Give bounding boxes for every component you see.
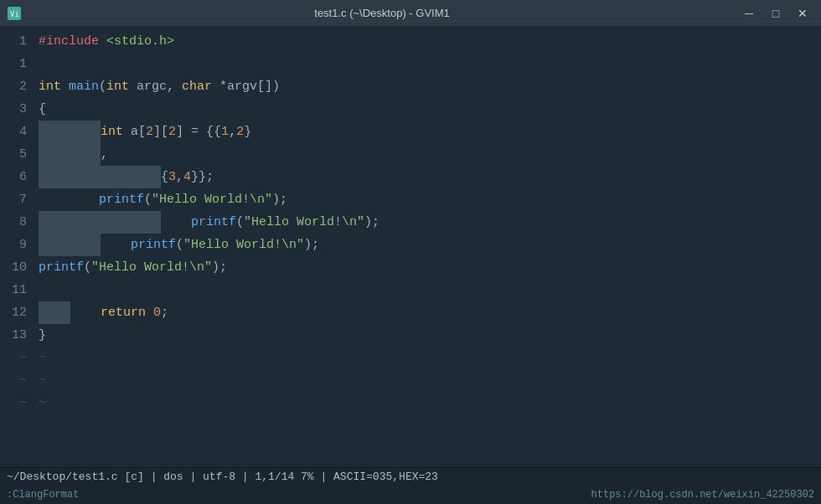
semi-7: ); xyxy=(272,188,287,211)
code-line-12: return 0; xyxy=(39,301,814,324)
indent-12b xyxy=(70,301,101,324)
statusbar-clangformat: :ClangFormat xyxy=(7,489,79,501)
statusbar-line2: :ClangFormat https://blog.csdn.net/weixi… xyxy=(0,486,821,505)
paren-open: ( xyxy=(99,75,106,98)
code-content[interactable]: #include <stdio.h> int main(int argc, ch… xyxy=(32,30,821,464)
code-line-3: { xyxy=(39,98,814,121)
paren-8: ( xyxy=(236,211,244,234)
paren-7: ( xyxy=(144,188,152,211)
ln-tilde3: ~ xyxy=(3,392,27,414)
indent-7 xyxy=(39,188,99,211)
ln-11: 11 xyxy=(3,279,27,301)
semi-10: ); xyxy=(212,256,227,279)
statusbar-url: https://blog.csdn.net/weixin_42250302 xyxy=(591,489,814,501)
fn-printf-10: printf xyxy=(39,256,84,279)
ln-12: 12 xyxy=(3,301,27,324)
statusbar-line1: ~/Desktop/test1.c [c] | dos | utf-8 | 1,… xyxy=(0,468,821,486)
sel-indent-9 xyxy=(39,234,101,256)
tilde-line-3: ~ xyxy=(39,392,814,414)
sel-indent-8 xyxy=(39,211,161,234)
ln-7: 7 xyxy=(3,188,27,211)
indent-8b xyxy=(161,211,191,234)
close-button[interactable]: ✕ xyxy=(791,4,814,23)
num-1: 1 xyxy=(221,121,229,143)
app-icon: Vi xyxy=(7,6,22,21)
include-path: <stdio.h> xyxy=(106,30,174,53)
semi-8: ); xyxy=(364,211,380,234)
code-line-1b xyxy=(39,53,814,75)
fn-printf-8: printf xyxy=(191,211,236,234)
preproc-keyword: #include xyxy=(39,30,106,53)
semi-9: ); xyxy=(304,234,319,256)
code-line-11 xyxy=(39,279,814,301)
num-3: 3 xyxy=(168,166,176,188)
line-numbers: 1 1 2 3 4 5 6 7 8 9 10 11 12 13 ~ ~ ~ xyxy=(0,30,32,464)
argc: argc, xyxy=(137,75,182,98)
brace-open: { xyxy=(39,98,46,121)
fn-printf-9: printf xyxy=(131,234,176,256)
num-0: 0 xyxy=(153,301,161,324)
code-line-5: , xyxy=(39,143,814,166)
ln-1b: 1 xyxy=(3,53,27,75)
sel-indent-12 xyxy=(39,301,70,324)
paren-9: ( xyxy=(176,234,183,256)
tilde-line-2: ~ xyxy=(39,369,814,392)
statusbar: ~/Desktop/test1.c [c] | dos | utf-8 | 1,… xyxy=(0,467,821,504)
ln-3: 3 xyxy=(3,98,27,121)
str-10: "Hello World!\n" xyxy=(91,256,212,279)
str-9: "Hello World!\n" xyxy=(183,234,304,256)
maximize-button[interactable]: □ xyxy=(764,4,787,23)
array-decl: a[ xyxy=(131,121,146,143)
array-decl2: ][ xyxy=(153,121,168,143)
sel-indent-5 xyxy=(39,143,101,166)
ln-1: 1 xyxy=(3,30,27,53)
ln-13: 13 xyxy=(3,324,27,347)
window-controls: ─ □ ✕ xyxy=(737,4,814,23)
tilde-line-1: ~ xyxy=(39,347,814,369)
brace-open-2: { xyxy=(161,166,168,188)
fn-main: main xyxy=(69,75,99,98)
fn-printf-7: printf xyxy=(99,188,144,211)
close-braces: }}; xyxy=(191,166,214,188)
comma-1: , xyxy=(229,121,236,143)
kw-int-a: int xyxy=(101,121,131,143)
kw-int-main: int xyxy=(39,75,69,98)
num-2b: 2 xyxy=(168,121,176,143)
window-title: test1.c (~\Desktop) - GVIM1 xyxy=(27,7,737,19)
ln-9: 9 xyxy=(3,234,27,256)
code-line-1: #include <stdio.h> xyxy=(39,30,814,53)
brace-close: } xyxy=(39,324,46,347)
code-line-4: int a[2][2] = {{1,2} xyxy=(39,121,814,143)
brace-partial: } xyxy=(244,121,251,143)
code-line-6: {3,4}}; xyxy=(39,166,814,188)
ln-tilde2: ~ xyxy=(3,369,27,392)
code-line-7: printf("Hello World!\n"); xyxy=(39,188,814,211)
str-8: "Hello World!\n" xyxy=(244,211,364,234)
code-line-10: printf("Hello World!\n"); xyxy=(39,256,814,279)
kw-return: return xyxy=(101,301,153,324)
num-2a: 2 xyxy=(146,121,153,143)
kw-char: char xyxy=(182,75,219,98)
str-7: "Hello World!\n" xyxy=(152,188,272,211)
ln-4: 4 xyxy=(3,121,27,143)
argv: *argv[]) xyxy=(219,75,280,98)
code-line-9: printf("Hello World!\n"); xyxy=(39,234,814,256)
indent-9b xyxy=(101,234,131,256)
ln-8: 8 xyxy=(3,211,27,234)
ln-5: 5 xyxy=(3,143,27,166)
paren-10: ( xyxy=(84,256,91,279)
comma-line: , xyxy=(101,143,108,166)
code-area[interactable]: 1 1 2 3 4 5 6 7 8 9 10 11 12 13 ~ ~ ~ #i… xyxy=(0,27,821,467)
semi-12: ; xyxy=(161,301,168,324)
minimize-button[interactable]: ─ xyxy=(737,4,761,23)
editor: 1 1 2 3 4 5 6 7 8 9 10 11 12 13 ~ ~ ~ #i… xyxy=(0,27,821,504)
num-4: 4 xyxy=(183,166,191,188)
ln-10: 10 xyxy=(3,256,27,279)
num-2c: 2 xyxy=(236,121,244,143)
code-line-2: int main(int argc, char *argv[]) xyxy=(39,75,814,98)
svg-text:Vi: Vi xyxy=(10,10,19,18)
titlebar: Vi test1.c (~\Desktop) - GVIM1 ─ □ ✕ xyxy=(0,0,821,27)
code-line-13: } xyxy=(39,324,814,347)
code-line-8: printf("Hello World!\n"); xyxy=(39,211,814,234)
sel-indent-4 xyxy=(39,121,101,143)
